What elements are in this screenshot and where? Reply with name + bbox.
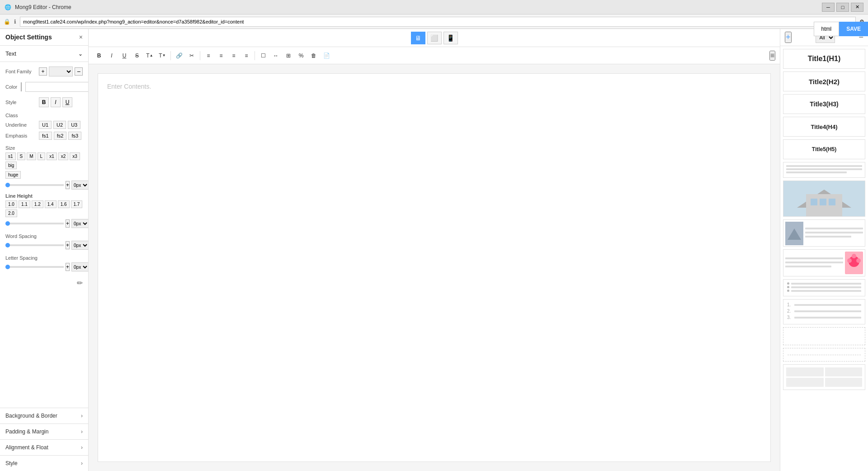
fs1-button[interactable]: fs1 — [39, 132, 52, 140]
u3-button[interactable]: U3 — [68, 121, 80, 129]
ls-px-plus-button[interactable]: + — [66, 263, 70, 271]
size-slider[interactable] — [5, 184, 64, 186]
size-x3-button[interactable]: x3 — [70, 152, 80, 160]
percent-button[interactable]: % — [295, 50, 307, 62]
table-button[interactable]: ⊞ — [283, 50, 294, 62]
size-S-button[interactable]: S — [17, 152, 26, 160]
italic-button[interactable]: I — [51, 97, 61, 107]
lh-2.0-button[interactable]: 2.0 — [5, 209, 17, 217]
size-px-plus-button[interactable]: + — [66, 181, 70, 189]
size-s1-button[interactable]: s1 — [5, 152, 16, 160]
link-button[interactable]: 🔗 — [173, 50, 185, 62]
underline-format-button[interactable]: U — [118, 50, 130, 62]
size-x2-button[interactable]: x2 — [58, 152, 69, 160]
unlink-button[interactable]: ✂ — [186, 50, 198, 62]
ws-px-select[interactable]: 0px — [71, 241, 89, 250]
template-list-row: 1. — [787, 302, 861, 307]
lh-1.0-button[interactable]: 1.0 — [5, 200, 17, 208]
fmt-separator-3 — [255, 51, 255, 60]
lh-1.1-button[interactable]: 1.1 — [19, 200, 30, 208]
superscript-format-button[interactable]: T▲ — [144, 50, 156, 62]
tablet-view-button[interactable]: ⬜ — [427, 32, 442, 44]
template-image-building[interactable] — [783, 181, 865, 217]
save-button[interactable]: SAVE — [839, 22, 868, 36]
eraser-button[interactable]: ✏ — [77, 279, 83, 287]
align-center-button[interactable]: ≡ — [215, 50, 227, 62]
template-list-2[interactable]: 1. 2. 3. — [783, 299, 865, 324]
template-dashed[interactable] — [783, 348, 865, 362]
toolbar-menu-button[interactable]: ≡ — [769, 51, 775, 61]
background-border-arrow: › — [81, 413, 83, 419]
size-big-button[interactable]: big — [5, 162, 17, 169]
underline-button[interactable]: U — [62, 97, 72, 107]
minimize-button[interactable]: ─ — [822, 3, 835, 12]
line-height-slider[interactable] — [5, 223, 64, 224]
template-title2[interactable]: Title2(H2) — [783, 71, 865, 91]
template-flower-text[interactable] — [783, 249, 865, 276]
editor-canvas[interactable]: Enter Contents. — [98, 73, 771, 462]
style-expand-section[interactable]: Style › — [0, 455, 88, 471]
template-grid[interactable] — [783, 364, 865, 390]
lh-px-select[interactable]: 0px — [71, 219, 89, 228]
u2-button[interactable]: U2 — [53, 121, 66, 129]
close-panel-button[interactable]: × — [79, 33, 83, 41]
maximize-button[interactable]: □ — [836, 3, 849, 12]
text-section[interactable]: Text ⌄ — [0, 46, 88, 62]
bold-button[interactable]: B — [39, 97, 49, 107]
u1-button[interactable]: U1 — [39, 121, 52, 129]
color-input[interactable] — [25, 82, 89, 92]
size-x1-button[interactable]: x1 — [47, 152, 57, 160]
padding-margin-section[interactable]: Padding & Margin › — [0, 423, 88, 439]
template-text-lines[interactable] — [783, 162, 865, 178]
template-title5[interactable]: Title5(H5) — [783, 139, 865, 159]
bold-format-button[interactable]: B — [93, 50, 105, 62]
outdent-button[interactable]: ↔ — [270, 50, 282, 62]
template-list-1[interactable] — [783, 279, 865, 296]
size-M-button[interactable]: M — [27, 152, 36, 160]
indent-button[interactable]: ☐ — [257, 50, 269, 62]
address-input[interactable] — [20, 17, 856, 27]
background-border-section[interactable]: Background & Border › — [0, 408, 88, 423]
add-template-button[interactable]: + — [785, 32, 792, 43]
desktop-view-button[interactable]: 🖥 — [411, 32, 425, 44]
template-empty[interactable] — [783, 327, 865, 345]
letter-spacing-slider[interactable] — [5, 266, 64, 268]
html-button[interactable]: html — [814, 22, 840, 36]
fs3-button[interactable]: fs3 — [68, 132, 81, 140]
strikethrough-format-button[interactable]: S — [131, 50, 143, 62]
align-left-button[interactable]: ≡ — [203, 50, 214, 62]
size-huge-button[interactable]: huge — [5, 171, 21, 179]
font-family-minus-button[interactable]: − — [75, 67, 83, 76]
size-L-button[interactable]: L — [38, 152, 46, 160]
fs2-button[interactable]: fs2 — [54, 132, 67, 140]
lh-1.4-button[interactable]: 1.4 — [45, 200, 57, 208]
ws-px-plus-button[interactable]: + — [66, 241, 70, 249]
lh-1.2-button[interactable]: 1.2 — [32, 200, 43, 208]
italic-format-button[interactable]: I — [106, 50, 118, 62]
color-swatch[interactable] — [21, 82, 22, 91]
grid-cell — [825, 378, 863, 387]
align-right-button[interactable]: ≡ — [228, 50, 240, 62]
align-justify-button[interactable]: ≡ — [241, 50, 252, 62]
lh-1.6-button[interactable]: 1.6 — [58, 200, 70, 208]
delete-button[interactable]: 🗑 — [308, 50, 320, 62]
template-image-text[interactable] — [783, 219, 865, 247]
lh-1.7-button[interactable]: 1.7 — [71, 200, 83, 208]
subscript-format-button[interactable]: T▼ — [156, 50, 168, 62]
lh-px-plus-button[interactable]: + — [66, 219, 70, 228]
close-window-button[interactable]: ✕ — [851, 3, 863, 12]
font-family-plus-button[interactable]: + — [39, 67, 47, 76]
word-spacing-slider[interactable] — [5, 244, 64, 246]
template-title4[interactable]: Title4(H4) — [783, 117, 865, 137]
template-title3[interactable]: Title3(H3) — [783, 94, 865, 114]
word-spacing-slider-row: + 0px − — [5, 241, 83, 250]
title-bar-controls[interactable]: ─ □ ✕ — [822, 3, 863, 12]
file-button[interactable]: 📄 — [321, 50, 332, 62]
template-title1[interactable]: Title1(H1) — [783, 49, 865, 69]
ls-px-select[interactable]: 0px — [71, 262, 89, 271]
font-family-select[interactable] — [49, 67, 73, 76]
size-px-select[interactable]: 0px — [71, 181, 89, 190]
mobile-view-button[interactable]: 📱 — [443, 32, 458, 44]
alignment-float-section[interactable]: Alignment & Float › — [0, 439, 88, 455]
style-label: Style — [5, 100, 37, 105]
